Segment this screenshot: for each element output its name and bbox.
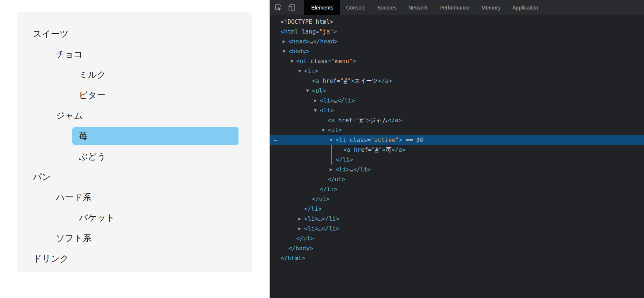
device-toolbar-icon[interactable] [287,3,297,13]
expand-arrow-right-icon[interactable]: ▶ [298,214,304,224]
menu-link[interactable]: ソフト系 [49,229,239,247]
expand-arrow-down-icon[interactable]: ▼ [330,135,336,145]
dom-tree-line[interactable]: </li> [270,204,644,214]
dom-tree-line[interactable]: </ul> [270,194,644,204]
expand-arrow-down-icon[interactable]: ▼ [322,125,328,135]
expand-arrow-down-icon[interactable]: ▼ [298,66,304,76]
token-tag: </ul> [296,235,314,242]
menu-link[interactable]: ハード系 [49,189,239,206]
token-tag: </head> [313,38,338,45]
expand-arrow-right-icon[interactable]: ▶ [283,36,289,46]
dom-tree-line[interactable]: ▶<li>…</li> [270,96,644,105]
token-tag: <ul> [328,127,342,133]
token-tag: </li> [322,215,339,222]
token-attr: lang= [298,28,319,35]
token-val: " [340,77,344,84]
expand-arrow-down-icon[interactable]: ▼ [290,56,296,66]
more-actions-icon[interactable]: … [274,134,278,144]
dom-tree-line[interactable]: </li> [270,184,644,194]
menu-link[interactable]: パン [26,168,239,186]
token-link: # [344,77,347,84]
dom-tree-line[interactable]: </html> [270,253,644,263]
dom-tree-line[interactable]: </ul> [270,174,644,184]
token-tag: </li> [320,186,338,193]
menu-link[interactable]: ミルク [72,66,239,84]
token-attr: href= [319,77,340,84]
dom-tree-line[interactable]: ▶<li>…</li> [270,214,644,224]
dom-tree-line[interactable]: ▼<ul> [270,86,644,96]
token-tag: <html [281,28,298,35]
dom-tree-line[interactable]: ▶<head>…</head> [270,36,644,46]
tab-console[interactable]: Console [340,0,371,15]
devtools-toolbar: ElementsConsoleSourcesNetworkPerformance… [270,0,644,15]
dom-tree-line[interactable]: ▼<li> [270,66,644,76]
dom-tree-line[interactable]: ▼<li> [270,105,644,115]
token-tag: </body> [289,245,313,252]
dom-tree-line[interactable]: ▼<body> [270,46,644,56]
token-tag: > [366,117,370,124]
dom-tree-line[interactable]: </body> [270,243,644,253]
token-tag: > [382,146,386,153]
token-txt: … [334,97,338,104]
token-link: # [359,117,363,124]
token-tag: <li> [336,166,350,173]
token-tag: <ul [296,58,307,65]
dom-tree-line[interactable]: ▶<li>…</li> [270,224,644,233]
tab-memory[interactable]: Memory [476,0,506,15]
dom-tree-line[interactable]: <a href="#">スイーツ</a> [270,76,644,86]
token-tag: </a> [392,146,406,153]
token-txt: … [309,38,313,45]
dom-tree-line[interactable]: </ul> [270,233,644,243]
expand-arrow-down-icon[interactable]: ▼ [314,105,320,115]
token-tag: </li> [304,205,322,212]
menu-link[interactable]: ジャム [49,107,239,124]
tab-sources[interactable]: Sources [371,0,403,15]
menu-link-active[interactable]: 苺 [72,127,239,145]
inspect-icon[interactable] [273,3,283,13]
dom-tree-line[interactable]: <a href="#">苺</a> [270,145,644,155]
expand-arrow-right-icon[interactable]: ▶ [330,165,336,174]
token-tag: > [351,77,354,84]
dom-tree-line[interactable]: </li> [270,155,644,165]
menu-row: 苺 [72,126,239,146]
dom-tree-line[interactable]: ▼<ul> [270,125,644,135]
expand-arrow-right-icon[interactable]: ▶ [314,96,320,105]
token-tag: <a [328,117,335,124]
dom-tree-line[interactable]: <!DOCTYPE html> [270,17,644,27]
expand-arrow-down-icon[interactable]: ▼ [306,86,312,96]
menu-row: ビター [72,85,239,105]
expand-arrow-right-icon[interactable]: ▶ [298,224,304,233]
token-tag: > [353,58,356,65]
menu-link[interactable]: ドリンク [26,250,239,267]
devtools-tabs: ElementsConsoleSourcesNetworkPerformance… [304,0,544,15]
tab-network[interactable]: Network [403,0,434,15]
tab-application[interactable]: Application [506,0,544,15]
menu-link[interactable]: バケット [72,209,239,227]
token-meta: <!DOCTYPE html> [281,18,334,25]
dom-tree-line[interactable]: <a href="#">ジャム</a> [270,115,644,125]
menu-link[interactable]: ぶどう [72,148,239,165]
dom-tree-line[interactable]: ▶<li>…</li> [270,165,644,174]
rendered-page: スイーツチョコミルクビタージャム苺ぶどうパンハード系バケットソフト系ドリンク [0,0,270,298]
token-tag: </li> [353,166,371,173]
token-tag: <body> [289,48,310,55]
token-tag: </li> [336,156,353,163]
token-txt: … [350,166,353,173]
dom-tree-line[interactable]: <html lang="ja"> [270,27,644,36]
token-tag: </a> [388,117,402,124]
menu-link[interactable]: チョコ [49,46,239,63]
expand-arrow-down-icon[interactable]: ▼ [283,46,289,56]
menu-link[interactable]: スイーツ [26,25,239,43]
dom-tree-line[interactable]: ▼<ul class="menu"> [270,56,644,66]
menu-row: ジャム [49,105,239,126]
token-tag: <ul> [312,87,326,94]
token-val: " [363,117,366,124]
token-tag: <li> [304,225,319,232]
tab-performance[interactable]: Performance [434,0,476,15]
dom-tree-line-selected[interactable]: …▼<li class="active"> == $0 [270,135,644,145]
token-val: " [347,77,351,84]
tab-elements[interactable]: Elements [304,0,340,15]
token-attr: class= [346,136,370,143]
menu-link[interactable]: ビター [72,86,239,104]
token-val: "active" [371,136,399,143]
